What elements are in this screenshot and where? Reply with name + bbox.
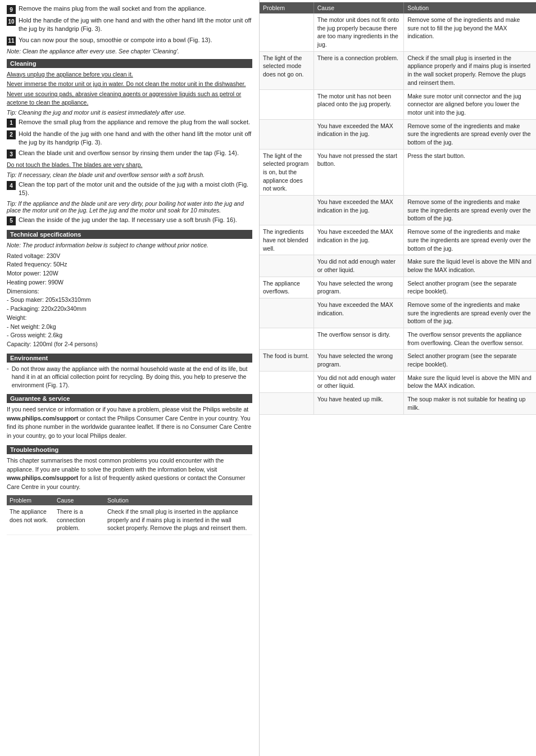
main-table-row: The overflow sensor is dirty.The overflo… [260, 328, 536, 350]
cleaning-step-3: 3 Clean the blade unit and overflow sens… [7, 149, 252, 159]
main-problem-cell: The appliance overflows. [260, 277, 314, 298]
mini-problem-cell: The appliance does not work. [7, 505, 54, 535]
main-cause-cell: You have not pressed the start button. [314, 149, 403, 195]
main-table-row: The motor unit has not been placed onto … [260, 89, 536, 119]
main-cause-cell: You have exceeded the MAX indication in … [314, 196, 403, 225]
cleaning-header: Cleaning [7, 59, 252, 68]
main-table-row: You did not add enough water or other li… [260, 371, 536, 392]
mini-col-problem: Problem [7, 495, 54, 505]
environment-header: Environment [7, 354, 252, 363]
spec-voltage: Rated voltage: 230V [7, 252, 252, 261]
main-problem-cell [260, 13, 314, 51]
main-cause-cell: You have exceeded the MAX indication in … [314, 225, 403, 255]
main-problem-cell [260, 89, 314, 119]
main-cause-cell: You have exceeded the MAX indication. [314, 298, 403, 328]
cleaning-step-2-text: Hold the handle of the jug with one hand… [19, 130, 252, 147]
tip-dirty: Tip: If the appliance and the blade unit… [7, 200, 252, 214]
main-table-row: The motor unit does not fit onto the jug… [260, 13, 536, 51]
main-solution-cell: The soup maker is not suitable for heati… [404, 393, 536, 414]
guarantee-header: Guarantee & service [7, 394, 252, 403]
main-problem-cell [260, 371, 314, 392]
main-problem-cell [260, 196, 314, 225]
mini-cause-cell: There is a connection problem. [54, 505, 105, 535]
spec-dim-soup: - Soup maker: 205x153x310mm [7, 296, 252, 305]
cleaning-rule-3: Never use scouring pads, abrasive cleani… [7, 90, 252, 106]
main-trouble-table: Problem Cause Solution The motor unit do… [260, 2, 536, 415]
mini-col-cause: Cause [54, 495, 105, 505]
main-solution-cell: Select another program (see the separate… [404, 350, 536, 371]
main-col-problem: Problem [260, 2, 314, 13]
main-table-row: The food is burnt.You have selected the … [260, 350, 536, 371]
main-problem-cell [260, 298, 314, 328]
main-cause-cell: There is a connection problem. [314, 51, 403, 89]
step-9: 9 Remove the mains plug from the wall so… [7, 4, 252, 14]
spec-net-weight: - Net weight: 2.0kg [7, 323, 252, 332]
cleaning-step-1: 1 Remove the small plug from the applian… [7, 118, 252, 128]
trouble-intro: This chapter summarises the most common … [7, 456, 252, 492]
cleaning-rule-2: Never immerse the motor unit or jug in w… [7, 80, 252, 88]
main-solution-cell: Remove some of the ingredients and make … [404, 13, 536, 51]
main-table-row: The appliance overflows.You have selecte… [260, 277, 536, 298]
main-table-row: You have exceeded the MAX indication.Rem… [260, 298, 536, 328]
main-problem-cell: The ingredients have not blended well. [260, 225, 314, 255]
tech-spec-block: Note: The product information below is s… [7, 241, 252, 349]
spec-capacity: Capacity: 1200ml (for 2-4 persons) [7, 340, 252, 349]
spec-dim-pack: - Packaging: 220x220x340mm [7, 305, 252, 314]
environment-text: Do not throw away the appliance with the… [12, 365, 252, 390]
mini-table-row: The appliance does not work. There is a … [7, 505, 252, 535]
spec-freq: Rated frequency: 50Hz [7, 260, 252, 269]
main-cause-cell: You have selected the wrong program. [314, 277, 403, 298]
mini-col-solution: Solution [105, 495, 252, 505]
cleaning-step-3-text: Clean the blade unit and overflow sensor… [19, 149, 239, 157]
step-10: 10 Hold the handle of the jug with one h… [7, 16, 252, 34]
cleaning-step-5: 5 Clean the inside of the jug under the … [7, 216, 252, 225]
main-cause-cell: The motor unit does not fit onto the jug… [314, 13, 403, 51]
main-cause-cell: You have heated up milk. [314, 393, 403, 414]
step-11: 11 You can now pour the soup, smoothie o… [7, 36, 252, 46]
spec-heat: Heating power: 990W [7, 278, 252, 287]
main-table-row: You have exceeded the MAX indication in … [260, 119, 536, 149]
left-column: 9 Remove the mains plug from the wall so… [0, 0, 260, 756]
cleaning-step-1-text: Remove the small plug from the appliance… [19, 118, 250, 126]
main-table-row: You have heated up milk.The soup maker i… [260, 393, 536, 414]
main-solution-cell: Press the start button. [404, 149, 536, 195]
main-solution-cell: Remove some of the ingredients and make … [404, 225, 536, 255]
main-problem-cell [260, 393, 314, 414]
main-cause-cell: The motor unit has not been placed onto … [314, 89, 403, 119]
main-solution-cell: The overflow sensor prevents the applian… [404, 328, 536, 350]
mini-trouble-table: Problem Cause Solution The appliance doe… [7, 495, 252, 535]
environment-item: - Do not throw away the appliance with t… [7, 365, 252, 390]
main-cause-cell: You have exceeded the MAX indication in … [314, 119, 403, 149]
main-table-row: You have exceeded the MAX indication in … [260, 196, 536, 225]
main-solution-cell: Remove some of the ingredients and make … [404, 298, 536, 328]
philips-link[interactable]: www.philips.com/support [7, 415, 78, 422]
spec-weight-label: Weight: [7, 314, 252, 323]
main-solution-cell: Make sure motor unit connector and the j… [404, 89, 536, 119]
note-cleanup: Note: Clean the appliance after every us… [7, 48, 252, 55]
main-cause-cell: The overflow sensor is dirty. [314, 328, 403, 350]
troubleshooting-header: Troubleshooting [7, 445, 252, 454]
main-problem-cell: The light of the selected mode does not … [260, 51, 314, 89]
main-problem-cell: The food is burnt. [260, 350, 314, 371]
main-table-row: You did not add enough water or other li… [260, 255, 536, 277]
cleaning-step-4-text: Clean the top part of the motor unit and… [19, 180, 252, 198]
main-cause-cell: You have selected the wrong program. [314, 350, 403, 371]
main-table-row: The ingredients have not blended well.Yo… [260, 225, 536, 255]
step-11-text: You can now pour the soup, smoothie or c… [19, 36, 212, 44]
main-problem-cell [260, 255, 314, 277]
main-solution-cell: Make sure the liquid level is above the … [404, 371, 536, 392]
main-solution-cell: Remove some of the ingredients and make … [404, 196, 536, 225]
support-link[interactable]: www.philips.com/support [7, 474, 78, 481]
right-column: Problem Cause Solution The motor unit do… [260, 0, 536, 756]
cleaning-step-2: 2 Hold the handle of the jug with one ha… [7, 130, 252, 147]
main-col-cause: Cause [314, 2, 403, 13]
tech-spec-header: Technical specifications [7, 230, 252, 239]
spec-motor: Motor power: 120W [7, 269, 252, 278]
tip-blades: Tip: If necessary, clean the blade unit … [7, 171, 252, 178]
main-solution-cell: Remove some of the ingredients and make … [404, 119, 536, 149]
main-problem-cell: The light of the selected program is on,… [260, 149, 314, 195]
main-table-row: The light of the selected mode does not … [260, 51, 536, 89]
guarantee-text: If you need service or information or if… [7, 405, 252, 441]
main-col-solution: Solution [404, 2, 536, 13]
main-problem-cell [260, 119, 314, 149]
